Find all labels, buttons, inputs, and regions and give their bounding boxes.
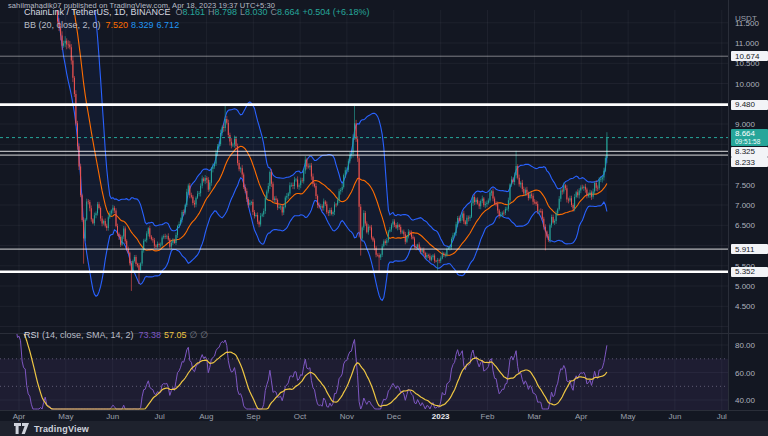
price-tick-label: 5.000 xyxy=(735,282,755,291)
level-price-badge: 5.911 xyxy=(731,244,768,254)
month-label: Jul xyxy=(154,412,164,421)
rsi-value: 57.05 xyxy=(164,330,187,340)
publish-info: sahilmahadik07 published on TradingView.… xyxy=(8,1,275,10)
rsi-legend[interactable]: RSI (14, close, SMA, 14, 2) 73.3857.05∅∅ xyxy=(24,330,211,340)
level-price-badge: 5.352 xyxy=(731,267,768,277)
rsi-tick-label: 60.00 xyxy=(735,369,755,378)
tradingview-chart-snapshot: sahilmahadik07 published on TradingView.… xyxy=(0,0,768,436)
rsi-tick-label: 40.00 xyxy=(735,396,755,405)
bb-value: 8.329 xyxy=(131,20,154,30)
month-label: Jul xyxy=(717,412,727,421)
price-tick-label: 4.500 xyxy=(735,302,755,311)
price-tick-label: 6.500 xyxy=(735,221,755,230)
rsi-value: 73.38 xyxy=(139,330,162,340)
month-label: May xyxy=(58,412,73,421)
month-label: May xyxy=(620,412,635,421)
bb-values: 7.5208.3296.712 xyxy=(106,20,183,30)
price-axis[interactable]: USDT 11.50011.00010.50010.0009.0007.5007… xyxy=(728,0,768,410)
level-price-badge: 10.674 xyxy=(731,51,768,61)
price-tick-label: 7.500 xyxy=(735,181,755,190)
rsi-tick-label: 80.00 xyxy=(735,341,755,350)
month-label: Aug xyxy=(199,412,213,421)
month-label: Oct xyxy=(294,412,306,421)
price-tick-label: 7.000 xyxy=(735,201,755,210)
month-label: Dec xyxy=(387,412,401,421)
rsi-values: 73.3857.05∅∅ xyxy=(139,330,212,340)
month-label: Apr xyxy=(13,412,25,421)
rsi-params: (14, close, SMA, 14, 2) xyxy=(42,330,134,340)
month-label: Sep xyxy=(246,412,260,421)
month-label: Feb xyxy=(481,412,495,421)
month-label: 2023 xyxy=(432,412,450,421)
bb-title: BB (20, close, 2, 0) xyxy=(24,20,101,30)
price-tick-label: 11.000 xyxy=(735,39,759,48)
level-price-badge: 9.480 xyxy=(731,100,768,110)
month-label: Nov xyxy=(340,412,354,421)
brand-label: TradingView xyxy=(34,424,89,434)
price-tick-label: 10.000 xyxy=(735,80,759,89)
month-label: Mar xyxy=(527,412,541,421)
tradingview-logo[interactable] xyxy=(14,423,29,434)
rsi-title: RSI xyxy=(24,330,39,340)
price-tick-label: 11.500 xyxy=(735,19,759,28)
chart-canvas[interactable] xyxy=(0,0,768,436)
level-price-badge: 8.233 xyxy=(731,157,768,167)
month-label: Jun xyxy=(106,412,119,421)
bb-value: 6.712 xyxy=(157,20,180,30)
bb-value: 7.520 xyxy=(106,20,129,30)
rsi-value: ∅ xyxy=(200,330,208,340)
rsi-value: ∅ xyxy=(190,330,198,340)
month-label: Jun xyxy=(668,412,681,421)
change-value: +0.504 (+6.18%) xyxy=(303,7,370,17)
bollinger-legend[interactable]: BB (20, close, 2, 0) 7.5208.3296.712 xyxy=(24,20,182,30)
price-tick-label: 9.000 xyxy=(735,120,755,129)
level-price-badge: 8.325 xyxy=(731,147,768,157)
last-price-badge: 8.66409:51:58 xyxy=(731,129,768,146)
month-label: Apr xyxy=(575,412,587,421)
footer-bar: TradingView xyxy=(0,421,768,436)
